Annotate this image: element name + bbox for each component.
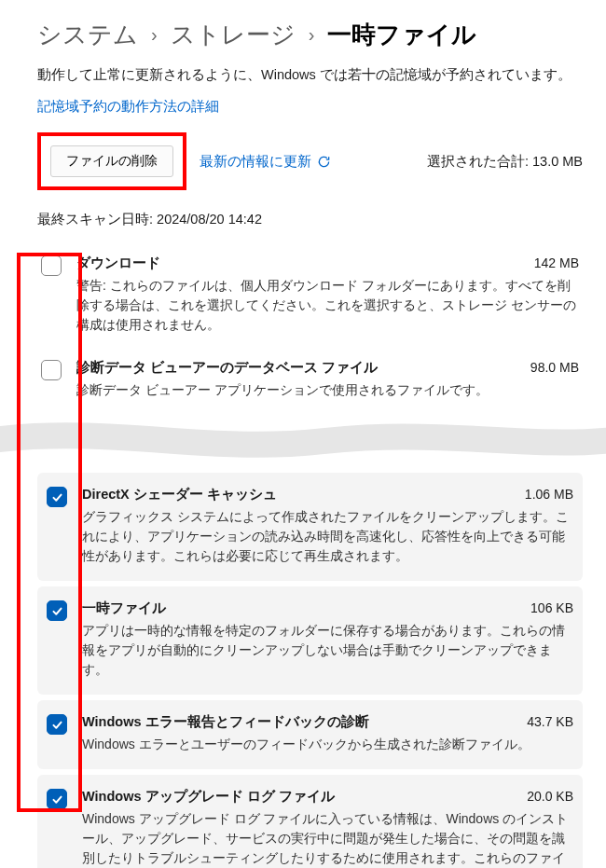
content-break-indicator — [0, 413, 606, 465]
item-description: 診断データ ビューアー アプリケーションで使用されるファイルです。 — [76, 380, 579, 400]
file-category-item[interactable]: Windows エラー報告とフィードバックの診断 43.7 KB Windows… — [37, 700, 583, 769]
last-scan-label: 最終スキャン日時: — [37, 212, 153, 227]
item-title: 一時ファイル — [82, 599, 166, 617]
total-label: 選択された合計: — [427, 154, 529, 169]
checkbox[interactable] — [47, 789, 67, 809]
total-value: 13.0 MB — [532, 154, 583, 169]
item-size: 106 KB — [530, 600, 573, 615]
page-subtitle: 動作して止常に更新されるように、Windows では若十の記憶域が予約されていま… — [37, 64, 583, 85]
breadcrumb-system[interactable]: システム — [37, 19, 138, 51]
item-title: 診断データ ビューアーのデータベース ファイル — [76, 359, 378, 377]
checkbox[interactable] — [47, 487, 67, 507]
checkbox[interactable] — [41, 255, 62, 276]
file-category-item[interactable]: DirectX シェーダー キャッシュ 1.06 MB グラフィックス システム… — [37, 473, 583, 581]
remove-files-button[interactable]: ファイルの削除 — [50, 145, 173, 177]
file-category-item[interactable]: Windows アップグレード ログ ファイル 20.0 KB Windows … — [37, 775, 583, 868]
checkbox[interactable] — [41, 360, 62, 380]
action-row: ファイルの削除 最新の情報に更新 選択された合計: 13.0 MB — [37, 132, 583, 190]
refresh-icon — [317, 155, 331, 169]
learn-more-link[interactable]: 記憶域予約の動作方法の詳細 — [37, 98, 219, 116]
total-selected: 選択された合計: 13.0 MB — [427, 153, 583, 171]
checkbox[interactable] — [47, 600, 67, 621]
item-description: グラフィックス システムによって作成されたファイルをクリーンアップします。これに… — [82, 507, 573, 566]
item-description: Windows アップグレード ログ ファイルに入っている情報は、Windows… — [82, 809, 573, 868]
checkbox[interactable] — [47, 714, 67, 735]
last-scan-value: 2024/08/20 14:42 — [157, 212, 262, 227]
item-description: Windows エラーとユーザーのフィードバックから生成された診断ファイル。 — [82, 735, 573, 754]
item-size: 20.0 KB — [527, 789, 573, 804]
chevron-right-icon: › — [309, 24, 315, 46]
item-description: アプリは一時的な情報を特定のフォルダーに保存する場合があります。これらの情報をア… — [82, 621, 573, 680]
refresh-button[interactable]: 最新の情報に更新 — [200, 153, 331, 171]
file-category-item[interactable]: 一時ファイル 106 KB アプリは一時的な情報を特定のフォルダーに保存する場合… — [37, 586, 583, 695]
item-title: DirectX シェーダー キャッシュ — [82, 486, 277, 503]
file-category-item[interactable]: ダウンロード 142 MB 警告: これらのファイルは、個人用ダウンロード フォ… — [37, 243, 583, 348]
item-description: 警告: これらのファイルは、個人用ダウンロード フォルダーにあります。すべてを削… — [76, 276, 579, 335]
breadcrumb-current: 一時ファイル — [327, 19, 476, 51]
refresh-label: 最新の情報に更新 — [200, 153, 311, 171]
item-title: ダウンロード — [76, 255, 160, 272]
annotation-highlight: ファイルの削除 — [37, 132, 186, 190]
item-size: 43.7 KB — [527, 714, 573, 729]
last-scan: 最終スキャン日時: 2024/08/20 14:42 — [37, 211, 583, 228]
file-category-item[interactable]: 診断データ ビューアーのデータベース ファイル 98.0 MB 診断データ ビュ… — [37, 348, 583, 413]
item-size: 142 MB — [534, 255, 579, 270]
item-title: Windows エラー報告とフィードバックの診断 — [82, 713, 369, 731]
item-size: 1.06 MB — [525, 487, 573, 502]
item-size: 98.0 MB — [530, 360, 579, 375]
breadcrumb: システム › ストレージ › 一時ファイル — [37, 19, 583, 51]
chevron-right-icon: › — [151, 24, 158, 46]
breadcrumb-storage[interactable]: ストレージ — [171, 19, 296, 51]
item-title: Windows アップグレード ログ ファイル — [82, 788, 335, 806]
